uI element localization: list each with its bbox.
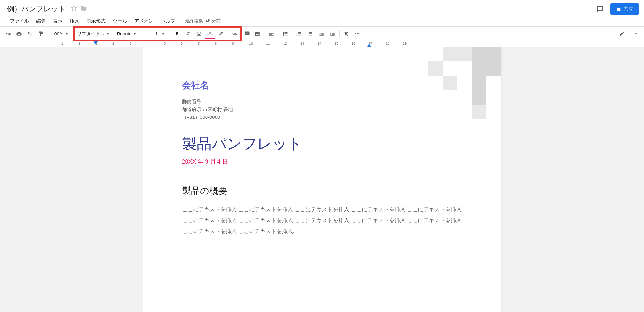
last-edit-link[interactable]: 最終編集: 46 分前 (185, 18, 221, 24)
menu-addons[interactable]: アドオン (131, 17, 157, 25)
menu-view[interactable]: 表示 (50, 17, 66, 25)
toolbar: 100% サブタイト… Roboto 11 (0, 26, 644, 41)
ruler-right-margin-marker[interactable] (367, 43, 371, 47)
highlight-color-button[interactable] (216, 29, 226, 39)
menu-edit[interactable]: 編集 (33, 17, 49, 25)
editing-mode-button[interactable] (617, 29, 628, 39)
numbered-list-button[interactable] (294, 29, 305, 39)
print-button[interactable] (14, 29, 24, 39)
star-icon[interactable] (71, 5, 77, 13)
more-button[interactable] (352, 29, 363, 39)
underline-button[interactable] (194, 29, 205, 39)
menu-format[interactable]: 表示形式 (83, 17, 109, 25)
bulleted-list-button[interactable] (305, 29, 316, 39)
menu-tools[interactable]: ツール (110, 17, 130, 25)
folder-icon[interactable] (81, 5, 87, 13)
paint-format-button[interactable] (35, 29, 46, 39)
share-button[interactable]: 共有 (610, 3, 639, 15)
font-size-dropdown[interactable]: 11 (153, 29, 169, 39)
menu-bar: ファイル 編集 表示 挿入 表示形式 ツール アドオン ヘルプ 最終編集: 46… (5, 15, 639, 26)
body-paragraph[interactable]: ここにテキストを挿入 ここにテキストを挿入 ここにテキストを挿入 ここにテキスト… (182, 204, 462, 237)
lock-icon (616, 6, 621, 12)
align-button[interactable] (266, 29, 277, 39)
ruler-indent-marker[interactable] (94, 41, 98, 44)
add-comment-button[interactable] (242, 29, 253, 39)
text-color-button[interactable] (205, 29, 216, 39)
document-heading[interactable]: 製品パンフレット (182, 134, 462, 154)
font-family-dropdown[interactable]: Roboto (114, 29, 150, 39)
document-date[interactable]: 20XX 年 9 月 4 日 (182, 158, 462, 165)
style-value: サブタイト… (77, 31, 104, 37)
document-title[interactable]: 例）パンフレット (5, 4, 68, 14)
redo-button[interactable] (3, 29, 14, 39)
insert-link-button[interactable] (229, 29, 240, 39)
clear-formatting-button[interactable] (341, 29, 352, 39)
chevron-down-icon (106, 33, 109, 35)
bold-button[interactable] (172, 29, 183, 39)
chevron-down-icon (162, 33, 165, 35)
document-canvas[interactable]: 会社名 郵便番号 都道府県 市区町村 番地 （+81）000-0000 製品パン… (0, 47, 644, 312)
zoom-dropdown[interactable]: 100% (49, 29, 71, 39)
spellcheck-button[interactable] (24, 29, 35, 39)
font-value: Roboto (117, 31, 131, 36)
line-spacing-button[interactable] (280, 29, 291, 39)
text-color-swatch (205, 38, 215, 39)
menu-file[interactable]: ファイル (6, 17, 32, 25)
zoom-value: 100% (52, 31, 63, 36)
document-page[interactable]: 会社名 郵便番号 都道府県 市区町村 番地 （+81）000-0000 製品パン… (143, 47, 501, 312)
chevron-down-icon (65, 33, 68, 35)
size-value: 11 (155, 31, 160, 36)
indent-button[interactable] (327, 29, 338, 39)
chevron-down-icon (133, 33, 136, 35)
horizontal-ruler[interactable]: 2112345678910111213141516171819 (0, 41, 644, 47)
menu-insert[interactable]: 挿入 (66, 17, 82, 25)
paragraph-style-dropdown[interactable]: サブタイト… (75, 29, 111, 39)
section-heading[interactable]: 製品の概要 (182, 185, 462, 197)
menu-help[interactable]: ヘルプ (158, 17, 178, 25)
insert-image-button[interactable] (253, 29, 264, 39)
text-format-highlight: サブタイト… Roboto 11 (73, 26, 242, 41)
italic-button[interactable] (183, 29, 194, 39)
outdent-button[interactable] (316, 29, 327, 39)
corner-decoration (414, 47, 501, 134)
comments-button[interactable] (594, 3, 606, 15)
share-label: 共有 (624, 6, 633, 12)
collapse-button[interactable] (630, 29, 641, 39)
